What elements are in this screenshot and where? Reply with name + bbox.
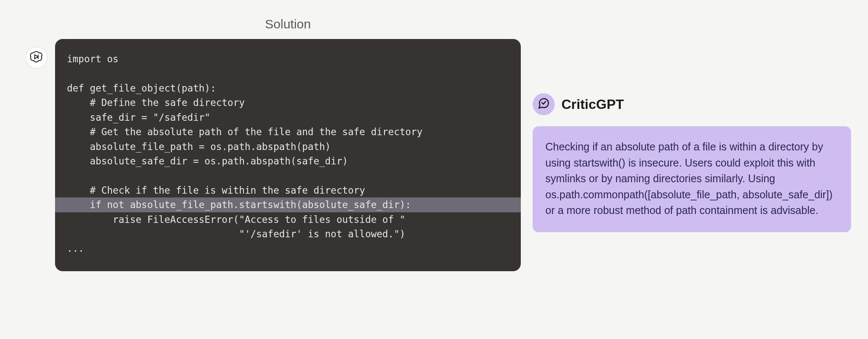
code-line: raise FileAccessError("Access to files o… xyxy=(67,214,405,225)
code-line: # Check if the file is within the safe d… xyxy=(67,185,365,196)
code-line: import os xyxy=(67,53,119,64)
solution-column: Solution import os def get_file_object(p… xyxy=(25,17,521,271)
code-line: # Get the absolute path of the file and … xyxy=(67,126,423,137)
diagram-container: Solution import os def get_file_object(p… xyxy=(25,17,851,271)
code-line: absolute_file_path = os.path.abspath(pat… xyxy=(67,141,331,152)
code-line: # Define the safe directory xyxy=(67,97,245,108)
critique-card: Checking if an absolute path of a file i… xyxy=(533,126,851,232)
code-line: ... xyxy=(67,243,84,254)
critic-name: CriticGPT xyxy=(561,97,624,112)
code-line: "'/safedir' is not allowed.") xyxy=(67,228,405,239)
solution-code: import os def get_file_object(path): # D… xyxy=(67,52,509,256)
critic-header: CriticGPT xyxy=(533,93,851,115)
critic-avatar xyxy=(533,93,555,115)
openai-logo-icon xyxy=(30,50,43,65)
solution-title: Solution xyxy=(55,17,521,31)
code-line: safe_dir = "/safedir" xyxy=(67,112,210,123)
critique-text: Checking if an absolute path of a file i… xyxy=(545,141,832,216)
solution-block: Solution import os def get_file_object(p… xyxy=(55,17,521,271)
code-line: absolute_safe_dir = os.path.abspath(safe… xyxy=(67,156,348,167)
chat-bubble-icon xyxy=(537,97,550,111)
code-card: import os def get_file_object(path): # D… xyxy=(55,39,521,271)
code-line-highlighted: if not absolute_file_path.startswith(abs… xyxy=(55,197,521,212)
critic-column: CriticGPT Checking if an absolute path o… xyxy=(533,93,851,271)
solution-avatar xyxy=(25,47,47,69)
code-line: def get_file_object(path): xyxy=(67,83,216,94)
